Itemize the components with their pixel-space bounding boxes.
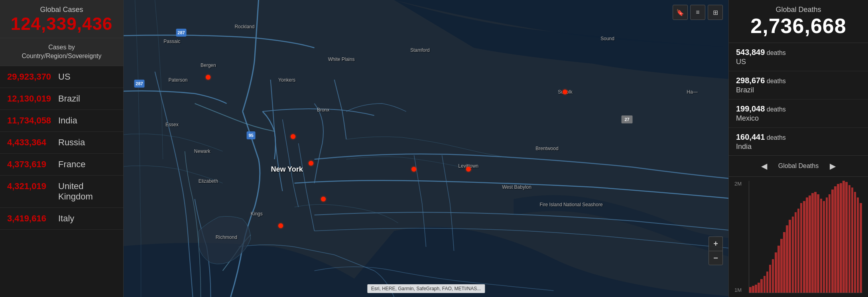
chart-bar bbox=[831, 190, 834, 293]
chart-bar bbox=[857, 197, 859, 293]
chart-bar bbox=[837, 184, 839, 293]
map-location-dot bbox=[466, 167, 471, 172]
chart-bar bbox=[795, 212, 797, 293]
chart-bar bbox=[780, 239, 783, 293]
deaths-list-item[interactable]: 160,441 deathsIndia bbox=[729, 128, 868, 155]
country-cases: 11,734,058 bbox=[7, 115, 55, 126]
chart-bar bbox=[834, 186, 837, 293]
country-cases: 12,130,019 bbox=[7, 94, 55, 104]
map-attribution: Esri, HERE, Garmin, SafeGraph, FAO, METI… bbox=[367, 284, 485, 293]
nav-next-button[interactable]: ▶ bbox=[827, 160, 839, 172]
chart-bar bbox=[789, 220, 791, 293]
chart-bar bbox=[777, 246, 780, 293]
deaths-count: 160,441 bbox=[736, 133, 765, 141]
chart-y-label: 2M bbox=[734, 181, 742, 187]
deaths-count: 298,676 bbox=[736, 76, 765, 85]
map-location-dot bbox=[411, 167, 416, 172]
country-list-item[interactable]: 4,433,364Russia bbox=[0, 132, 123, 154]
chart-bar bbox=[755, 285, 757, 293]
country-cases: 4,433,364 bbox=[7, 137, 55, 148]
country-name: Russia bbox=[58, 137, 85, 148]
chart-y-label: 1M bbox=[734, 287, 742, 293]
country-cases: 3,419,616 bbox=[7, 213, 55, 224]
cases-by-region-header: Cases byCountry/Region/Sovereignty bbox=[0, 38, 123, 66]
deaths-list-item[interactable]: 543,849 deathsUS bbox=[729, 43, 868, 71]
deaths-country: Brazil bbox=[736, 86, 861, 94]
chart-bar bbox=[809, 195, 811, 293]
chart-bar bbox=[803, 201, 805, 293]
chart-bar bbox=[826, 197, 828, 293]
chart-bar bbox=[814, 192, 817, 293]
chart-bar bbox=[851, 188, 854, 293]
country-list-item[interactable]: 12,130,019Brazil bbox=[0, 88, 123, 110]
deaths-label: deaths bbox=[767, 106, 786, 113]
deaths-country: Mexico bbox=[736, 114, 861, 123]
deaths-list-item[interactable]: 298,676 deathsBrazil bbox=[729, 71, 868, 100]
country-cases: 4,373,619 bbox=[7, 159, 55, 170]
deaths-label: deaths bbox=[767, 134, 786, 141]
chart-bar bbox=[854, 192, 856, 293]
chart-bar bbox=[792, 217, 794, 293]
country-name: Italy bbox=[58, 213, 74, 224]
deaths-list-item[interactable]: 199,048 deathsMexico bbox=[729, 100, 868, 128]
country-list[interactable]: 29,923,370US12,130,019Brazil11,734,058In… bbox=[0, 66, 123, 297]
chart-bar bbox=[769, 265, 772, 293]
bookmark-btn[interactable]: 🔖 bbox=[673, 5, 688, 20]
chart-bar bbox=[766, 272, 769, 293]
chart-bar bbox=[811, 193, 814, 293]
chart-bar bbox=[806, 197, 808, 293]
deaths-label: deaths bbox=[767, 49, 786, 56]
chart-bar bbox=[842, 181, 845, 293]
chart-bar bbox=[764, 276, 766, 293]
country-name: Brazil bbox=[58, 94, 80, 104]
map-location-dot bbox=[206, 75, 211, 80]
chart-bar bbox=[775, 252, 777, 293]
deaths-nav: ◀ Global Deaths ▶ bbox=[729, 155, 868, 177]
chart-bar bbox=[772, 259, 774, 293]
deaths-country: US bbox=[736, 58, 861, 66]
chart-bar bbox=[749, 287, 752, 293]
country-list-item[interactable]: 3,419,616Italy bbox=[0, 208, 123, 230]
country-name: United Kingdom bbox=[58, 181, 116, 202]
country-cases: 4,321,019 bbox=[7, 181, 55, 191]
country-list-item[interactable]: 4,321,019United Kingdom bbox=[0, 176, 123, 208]
chart-bar bbox=[760, 279, 763, 293]
right-panel: Global Deaths 2,736,668 543,849 deathsUS… bbox=[728, 0, 868, 297]
deaths-count: 199,048 bbox=[736, 104, 765, 113]
global-deaths-number: 2,736,668 bbox=[733, 14, 864, 38]
country-cases: 29,923,370 bbox=[7, 72, 55, 82]
grid-btn[interactable]: ⊞ bbox=[708, 5, 723, 20]
chart-bars-area bbox=[749, 181, 862, 293]
map-location-dot bbox=[321, 197, 326, 201]
chart-bar bbox=[800, 203, 803, 293]
country-list-item[interactable]: 11,734,058India bbox=[0, 110, 123, 132]
country-name: US bbox=[58, 72, 71, 82]
map-container[interactable]: 287 287 95 27 RocklandWhite PlainsStamfo… bbox=[124, 0, 728, 297]
chart-bar bbox=[823, 201, 825, 293]
map-toolbar: 🔖 ≡ ⊞ bbox=[673, 5, 723, 20]
nav-prev-button[interactable]: ◀ bbox=[758, 160, 770, 172]
map-background bbox=[124, 0, 728, 297]
zoom-out-button[interactable]: − bbox=[709, 251, 723, 265]
chart-bar bbox=[840, 183, 842, 293]
deaths-label: deaths bbox=[767, 78, 786, 84]
chart-bar bbox=[817, 194, 819, 293]
chart-bar bbox=[783, 232, 785, 293]
map-zoom-controls: + − bbox=[709, 236, 723, 265]
left-panel: Global Cases 124,339,436 Cases byCountry… bbox=[0, 0, 124, 297]
deaths-country: India bbox=[736, 143, 861, 151]
global-cases-header: Global Cases 124,339,436 bbox=[0, 0, 123, 38]
global-cases-number: 124,339,436 bbox=[4, 14, 119, 34]
country-list-item[interactable]: 29,923,370US bbox=[0, 66, 123, 88]
chart-bar bbox=[845, 182, 848, 293]
zoom-in-button[interactable]: + bbox=[709, 236, 723, 251]
chart-y-labels: 2M1M bbox=[734, 181, 742, 293]
deaths-count: 543,849 bbox=[736, 48, 765, 57]
deaths-list: 543,849 deathsUS298,676 deathsBrazil199,… bbox=[729, 43, 868, 155]
chart-bar bbox=[797, 209, 800, 293]
map-location-dot bbox=[563, 90, 567, 94]
global-deaths-header: Global Deaths 2,736,668 bbox=[729, 0, 868, 43]
country-list-item[interactable]: 4,373,619France bbox=[0, 154, 123, 176]
chart-bar bbox=[848, 185, 851, 293]
list-btn[interactable]: ≡ bbox=[690, 5, 705, 20]
